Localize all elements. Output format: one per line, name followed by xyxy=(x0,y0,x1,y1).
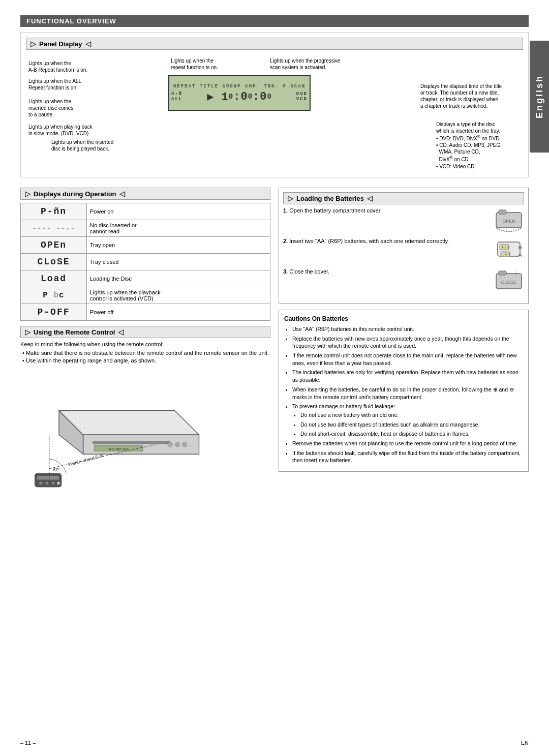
battery-step-1: 1. Open the battery compartment cover. O… xyxy=(283,207,524,233)
lcd-main-display: ▶ 10:00:00 xyxy=(207,90,272,104)
displays-table: P-ñn Power on ---- ---- No disc inserted… xyxy=(20,203,270,321)
icon-cell: OPEn xyxy=(21,237,87,254)
caution-item-5: When inserting the batteries, be careful… xyxy=(292,386,523,401)
annotation-repeat-on: Lights up when therepeat function is on. xyxy=(171,57,218,71)
icon-cell: CLoSE xyxy=(21,254,87,270)
remote-control-title: Using the Remote Control xyxy=(34,328,115,336)
remote-diagram-svg: 00:00:00 Within about 5 m xyxy=(20,369,214,506)
caution-item-6: To prevent damage or battery fluid leaka… xyxy=(292,403,523,438)
lcd-display: REPEAT TITLE GROUP CHP. TRK. P.SCAN A-B … xyxy=(168,75,311,111)
caution-item-4: The included batteries are only for veri… xyxy=(292,369,523,383)
annotation-pause: Lights up when theinserted disc comesto … xyxy=(28,98,73,118)
label-cell: Tray closed xyxy=(87,254,270,270)
table-row: OPEn Tray open xyxy=(21,237,270,254)
panel-display-header: ▷ Panel Display ◁ xyxy=(26,38,523,50)
section-header: FUNCTIONAL OVERVIEW xyxy=(20,15,529,27)
caution-item-7: Remove the batteries when not planning t… xyxy=(292,440,523,447)
svg-rect-27 xyxy=(509,253,510,256)
loading-batteries-header: ▷ Loading the Batteries ◁ xyxy=(283,192,524,204)
svg-text:Within about 5 m: Within about 5 m xyxy=(68,452,104,467)
table-row: P-OFF Power off xyxy=(21,304,270,321)
arrow-left-icon-4: ▷ xyxy=(288,194,293,202)
caution-item-2: Replace the batteries with new ones appr… xyxy=(292,335,523,350)
svg-point-5 xyxy=(175,442,180,447)
displays-during-operation-title: Displays during Operation xyxy=(34,190,116,198)
remote-bullet-2: Use within the operating range and angle… xyxy=(20,357,270,364)
svg-point-6 xyxy=(182,442,187,447)
svg-text:⊕: ⊕ xyxy=(518,245,522,250)
battery-step-2-text: 2. Insert two "AA" (R6P) batteries, with… xyxy=(283,238,489,244)
remote-diagram: 00:00:00 Within about 5 m xyxy=(20,369,270,511)
annotation-elapsed-time: Displays the elapsed time of the titleor… xyxy=(420,83,502,109)
svg-rect-32 xyxy=(499,271,506,275)
bottom-columns: ▷ Displays during Operation ◁ P-ñn Power… xyxy=(20,188,529,511)
arrow-right-icon: ◁ xyxy=(85,40,91,48)
arrow-left-icon: ▷ xyxy=(30,40,36,48)
battery-icon-3: CLOSE ↓ xyxy=(494,268,524,294)
svg-text:00:00:00: 00:00:00 xyxy=(109,447,128,451)
cautions-on-batteries-title: Cautions On Batteries xyxy=(284,315,523,322)
label-cell: Tray open xyxy=(87,237,270,254)
label-cell: No disc inserted orcannot read xyxy=(87,220,270,237)
remote-control-section: ▷ Using the Remote Control ◁ Keep in min… xyxy=(20,326,270,511)
svg-point-11 xyxy=(39,481,42,485)
cautions-sub-list: Do not use a new battery with an old one… xyxy=(292,411,523,438)
svg-text:⊖: ⊖ xyxy=(518,253,522,258)
arrow-left-icon-2: ▷ xyxy=(25,190,30,198)
caution-sub-item-1: Do not use a new battery with an old one… xyxy=(300,411,523,419)
table-row: ---- ---- No disc inserted orcannot read xyxy=(21,220,270,237)
display-diagram: Lights up when theA-B Repeat function is… xyxy=(26,55,523,167)
caution-item-1: Use "AA" (R6P) batteries in this remote … xyxy=(292,325,523,333)
page-footer: – 11 – EN xyxy=(0,740,549,746)
lcd-vcd-label: VCD xyxy=(296,97,308,102)
svg-rect-24 xyxy=(508,246,509,249)
svg-point-4 xyxy=(168,442,173,447)
caution-sub-item-2: Do not use two different types of batter… xyxy=(300,421,523,429)
loading-batteries-section: ▷ Loading the Batteries ◁ 1. Open the ba… xyxy=(279,188,529,304)
icon-cell: P-OFF xyxy=(21,304,87,321)
remote-intro: Keep in mind the following when using th… xyxy=(20,341,270,347)
svg-text:60°: 60° xyxy=(53,467,61,472)
arrow-left-icon-3: ▷ xyxy=(25,328,30,336)
page-number: – 11 – xyxy=(20,740,36,746)
panel-display-title: Panel Display xyxy=(39,40,82,48)
annotation-slow-mode: Lights up when playing backin slow mode.… xyxy=(28,124,93,137)
svg-point-13 xyxy=(52,481,55,485)
lcd-title-group-label: TITLE GROUP xyxy=(200,84,241,89)
battery-step-2: 2. Insert two "AA" (R6P) batteries, with… xyxy=(283,238,524,263)
svg-rect-3 xyxy=(93,441,170,444)
annotation-all-repeat: Lights up when the ALLRepeat function is… xyxy=(28,78,81,91)
cautions-list: Use "AA" (R6P) batteries in this remote … xyxy=(284,325,523,464)
annotation-progressive: Lights up when the progressivescan syste… xyxy=(270,57,340,71)
battery-icon-1: OPEN xyxy=(494,207,524,233)
annotation-ab-repeat: Lights up when theA-B Repeat function is… xyxy=(28,60,87,73)
caution-item-3: If the remote control unit does not oper… xyxy=(292,352,523,367)
svg-point-14 xyxy=(57,481,60,485)
svg-point-12 xyxy=(45,481,48,485)
svg-text:CLOSE: CLOSE xyxy=(501,280,517,285)
svg-text:+  -: + - xyxy=(502,246,506,249)
loading-batteries-title: Loading the Batteries xyxy=(296,195,364,202)
section-title: FUNCTIONAL OVERVIEW xyxy=(26,17,116,25)
caution-item-8: If the batteries should leak, carefully … xyxy=(292,449,523,464)
icon-cell: P-ñn xyxy=(21,203,87,220)
annotation-disc-type: Displays a type of the discwhich is inse… xyxy=(436,121,502,170)
svg-rect-9 xyxy=(35,473,62,487)
lcd-chp-trk-label: CHP. TRK. xyxy=(245,84,279,89)
battery-step-3-text: 3. Close the cover. xyxy=(283,268,489,275)
svg-rect-10 xyxy=(37,476,59,480)
svg-text:↓: ↓ xyxy=(515,269,518,276)
lcd-all-label: ALL xyxy=(171,97,182,102)
table-row: Load Loading the Disc xyxy=(21,270,270,287)
label-cell: Lights up when the playbackcontrol is ac… xyxy=(87,287,270,304)
remote-bullet-1: Make sure that there is no obstacle betw… xyxy=(20,350,270,356)
svg-text:OPEN: OPEN xyxy=(502,219,515,224)
battery-step-3: 3. Close the cover. CLOSE ↓ xyxy=(283,268,524,294)
remote-control-header: ▷ Using the Remote Control ◁ xyxy=(20,326,270,338)
icon-cell: ---- ---- xyxy=(21,220,87,237)
right-column: ▷ Loading the Batteries ◁ 1. Open the ba… xyxy=(279,188,529,511)
lcd-dvd-label: DVD xyxy=(296,92,308,97)
arrow-right-icon-3: ◁ xyxy=(118,328,124,336)
icon-cell: Load xyxy=(21,270,87,287)
lcd-repeat-label: REPEAT xyxy=(173,84,196,89)
